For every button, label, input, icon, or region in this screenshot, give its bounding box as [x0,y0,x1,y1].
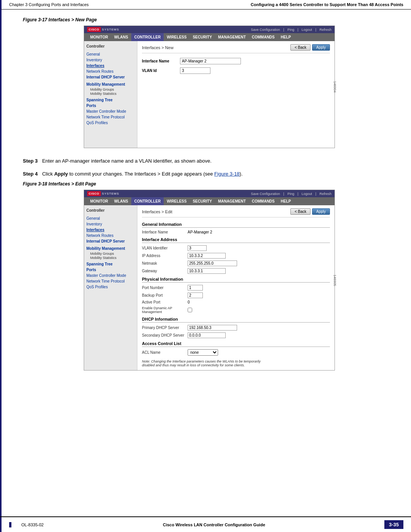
step3-content: Enter an AP-manager interface name and a… [42,158,212,164]
secondary-dhcp-input[interactable] [188,332,226,338]
steps-container: Step 3 Enter an AP-manager interface nam… [23,157,396,177]
sidebar-mobility-2[interactable]: Mobility Management [86,246,135,251]
sidebar-qos-2[interactable]: QoS Profiles [86,284,135,290]
nav-commands-1[interactable]: COMMANDS [249,33,278,41]
nav-security-2[interactable]: SECURITY [190,197,215,205]
dhcp-info-header: DHCP Information [142,317,330,323]
sidebar-ntp-2[interactable]: Network Time Protocol [86,278,135,284]
sidebar-mob-groups-1[interactable]: Mobility Groups [86,87,135,91]
gateway-row: Gateway [142,268,330,274]
logout-link-1[interactable]: Logout [302,28,312,32]
sidebar-general-2[interactable]: General [86,216,135,221]
apply-button-1[interactable]: Apply [312,44,330,51]
sidebar-ntp-1[interactable]: Network Time Protocol [86,114,135,120]
nav-management-1[interactable]: MANAGEMENT [215,33,249,41]
refresh-link-1[interactable]: Refresh [319,28,331,32]
nav-commands-2[interactable]: COMMANDS [249,197,278,205]
port-number-label: Port Number [142,286,188,290]
nav-controller-2[interactable]: CONTROLLER [131,197,164,205]
figure2-screenshot: CISCO SYSTEMS Save Configuration | Ping … [84,190,335,371]
sidebar-mobility-1[interactable]: Mobility Management [86,81,135,87]
nav-wlans-2[interactable]: WLANs [111,197,131,205]
sidebar-interfaces-1[interactable]: Interfaces [86,63,135,69]
sidebar-title-2: Controller [86,208,135,212]
nav-help-2[interactable]: HELP [278,197,294,205]
sidebar-ports-2[interactable]: Ports [86,267,135,273]
figure2-breadcrumb: Interfaces > Edit [142,209,172,214]
netmask-input[interactable] [188,260,237,266]
figure1-id: 146904 [333,81,337,93]
figure2-id: 146905 [333,274,337,286]
back-button-1[interactable]: < Back [290,44,311,51]
save-config-link-2[interactable]: Save Configuration [251,192,280,196]
topbar-sep5: | [298,192,299,196]
cisco-logo-text-1: SYSTEMS [102,28,119,31]
figure3-18-link[interactable]: Figure 3-18 [214,171,239,177]
netmask-row: Netmask [142,260,330,266]
nav-security-1[interactable]: SECURITY [190,33,215,41]
sidebar-master-1[interactable]: Master Controller Mode [86,109,135,114]
sidebar-qos-1[interactable]: QoS Profiles [86,120,135,126]
ip-address-label: IP Address [142,254,188,258]
secondary-dhcp-row: Secondary DHCP Server [142,332,330,338]
sidebar-dhcp-2[interactable]: Internal DHCP Server [86,238,135,244]
sidebar-network-routes-2[interactable]: Network Routes [86,233,135,238]
figure1-breadcrumb: Interfaces > New [142,45,174,50]
figure2-btn-group: < Back Apply [290,208,330,215]
logout-link-2[interactable]: Logout [302,192,312,196]
sidebar-network-routes-1[interactable]: Network Routes [86,69,135,74]
primary-dhcp-input[interactable] [188,325,237,331]
ip-address-row: IP Address [142,253,330,259]
dynamic-ap-checkbox[interactable] [188,308,192,312]
vlan-identifier-input[interactable] [188,245,207,251]
footer-doc: Cisco Wireless LAN Controller Configurat… [163,522,265,527]
nav-management-2[interactable]: MANAGEMENT [215,197,249,205]
interface-name-label-1: Interface Name [142,59,180,63]
sidebar-master-2[interactable]: Master Controller Mode [86,273,135,278]
nav-help-1[interactable]: HELP [278,33,294,41]
back-button-2[interactable]: < Back [290,208,311,215]
sidebar-spanning-1[interactable]: Spanning Tree [86,97,135,103]
ping-link-2[interactable]: Ping [287,192,294,196]
nav-monitor-1[interactable]: MONITOR [87,33,111,41]
figure1-caption: Figure 3-17 Interfaces > New Page [23,17,396,22]
nav-wireless-1[interactable]: WIRELESS [164,33,190,41]
sidebar-interfaces-2[interactable]: Interfaces [86,227,135,233]
dynamic-ap-label: Enable Dynamic AP Management [142,306,188,314]
save-config-link-1[interactable]: Save Configuration [251,28,280,32]
sidebar-dhcp-1[interactable]: Internal DHCP Server [86,74,135,80]
sidebar-general-1[interactable]: General [86,51,135,57]
topbar-sep6: | [315,192,317,196]
sidebar-mob-stats-2[interactable]: Mobility Statistics [86,256,135,260]
nav-wireless-2[interactable]: WIRELESS [164,197,190,205]
gateway-input[interactable] [188,268,226,274]
sidebar-inventory-2[interactable]: Inventory [86,221,135,227]
ip-address-input[interactable] [188,253,226,259]
active-port-label: Active Port [142,300,188,304]
port-number-input[interactable] [188,285,203,291]
cisco-logo-box-1: CISCO [87,27,101,32]
topbar-links-2: Save Configuration | Ping | Logout | Ref… [249,192,331,196]
apply-button-2[interactable]: Apply [312,208,330,215]
nav-monitor-2[interactable]: MONITOR [87,197,111,205]
step4-bold: Apply [54,171,68,177]
physical-info-header: Physical Information [142,277,330,283]
interface-name-input-1[interactable] [180,58,241,64]
sidebar-spanning-2[interactable]: Spanning Tree [86,261,135,267]
interface-address-header: Interface Address [142,237,330,243]
sidebar-inventory-1[interactable]: Inventory [86,57,135,63]
vlan-id-input-1[interactable] [180,67,210,74]
sidebar-mob-groups-2[interactable]: Mobility Groups [86,251,135,256]
acl-name-select[interactable]: none [188,349,218,356]
backup-port-input[interactable] [188,292,203,298]
topbar-links-1: Save Configuration | Ping | Logout | Ref… [249,28,331,32]
ping-link-1[interactable]: Ping [287,28,294,32]
dynamic-ap-row: Enable Dynamic AP Management [142,306,330,314]
nav-wlans-1[interactable]: WLANs [111,33,131,41]
nav-controller-1[interactable]: CONTROLLER [131,33,164,41]
refresh-link-2[interactable]: Refresh [319,192,331,196]
sidebar-title-1: Controller [86,44,135,48]
sidebar-mob-stats-1[interactable]: Mobility Statistics [86,91,135,96]
figure2-sidebar: Controller General Inventory Interfaces … [84,205,137,370]
sidebar-ports-1[interactable]: Ports [86,103,135,109]
